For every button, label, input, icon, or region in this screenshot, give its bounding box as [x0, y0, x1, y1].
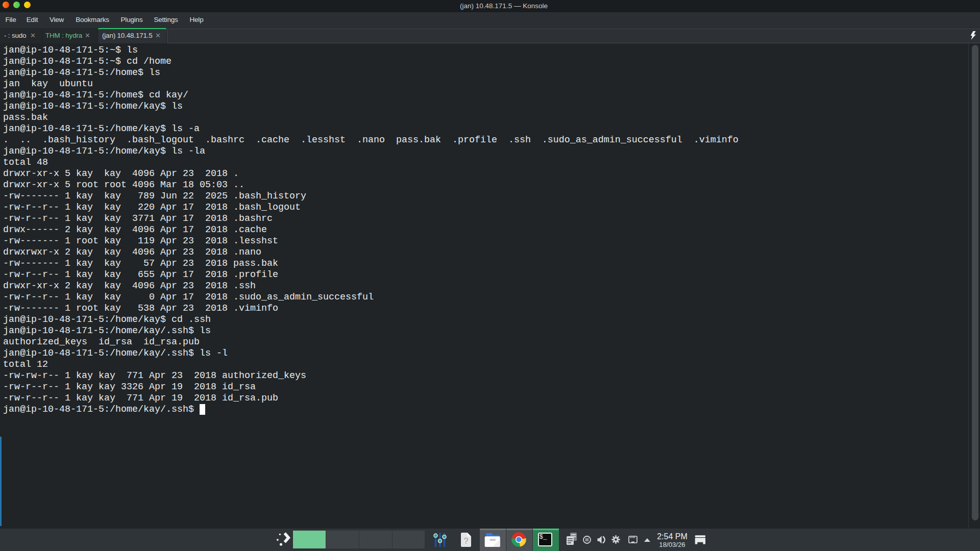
svg-text:?: ?	[464, 537, 469, 545]
